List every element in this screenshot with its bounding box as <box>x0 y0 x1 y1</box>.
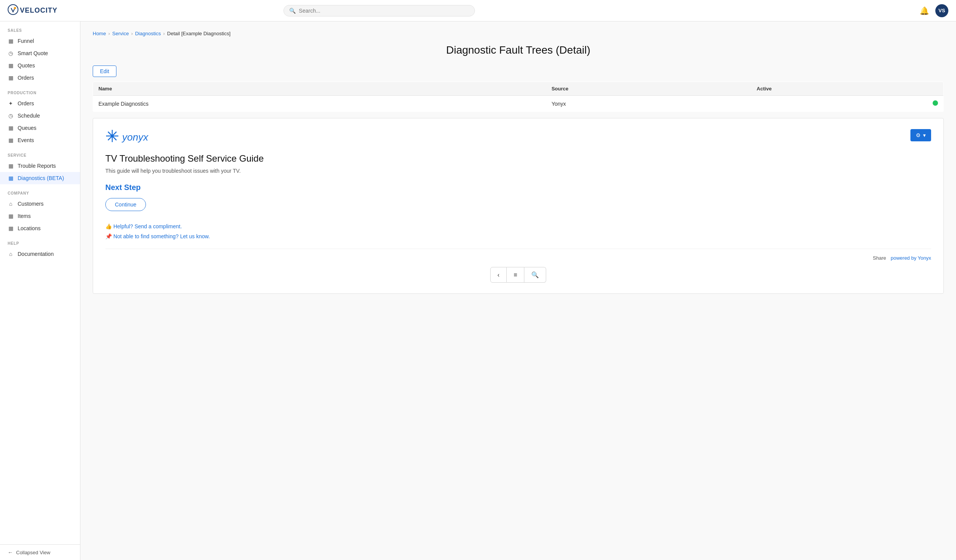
search-input[interactable] <box>299 8 469 14</box>
production-section-label: PRODUCTION <box>0 84 80 97</box>
data-table: Name Source Active Example Diagnostics Y… <box>93 82 944 112</box>
yonyx-footer: Share powered by Yonyx <box>105 249 931 261</box>
service-section: SERVICE ▦ Trouble Reports ▦ Diagnostics … <box>0 146 80 184</box>
sidebar-item-diagnostics[interactable]: ▦ Diagnostics (BETA) <box>0 172 80 184</box>
sidebar-label-queues: Queues <box>18 125 36 131</box>
breadcrumb-sep-2: › <box>131 31 133 36</box>
collapsed-view-button[interactable]: ← Collapsed View <box>8 549 72 555</box>
nav-search-button[interactable]: 🔍 <box>524 267 546 283</box>
main-content: Home › Service › Diagnostics › Detail [E… <box>80 21 956 560</box>
locations-icon: ▦ <box>8 225 14 231</box>
sidebar-label-quotes: Quotes <box>18 62 35 69</box>
yonyx-logo: yonyx <box>105 129 148 146</box>
notification-bell-icon[interactable]: 🔔 <box>920 6 929 15</box>
logo-icon <box>8 4 18 17</box>
table-cell-name: Example Diagnostics <box>93 96 546 112</box>
events-icon: ▦ <box>8 137 14 143</box>
orders-sales-icon: ▦ <box>8 75 14 81</box>
sidebar-item-locations[interactable]: ▦ Locations <box>0 222 80 234</box>
yonyx-star-icon <box>105 129 119 146</box>
th-name: Name <box>93 82 546 96</box>
sidebar-bottom: ← Collapsed View <box>0 544 80 560</box>
sidebar-item-smart-quote[interactable]: ◷ Smart Quote <box>0 47 80 59</box>
yonyx-panel: yonyx ⚙ ▾ TV Troubleshooting Self Servic… <box>93 118 944 294</box>
queues-icon: ▦ <box>8 125 14 131</box>
smart-quote-icon: ◷ <box>8 50 14 56</box>
documentation-icon: ⌂ <box>8 251 14 257</box>
topbar-actions: 🔔 VS <box>920 4 948 17</box>
orders-prod-icon: ✦ <box>8 100 14 106</box>
yonyx-guide-title: TV Troubleshooting Self Service Guide <box>105 153 931 164</box>
sidebar-item-schedule[interactable]: ◷ Schedule <box>0 110 80 122</box>
breadcrumb-diagnostics[interactable]: Diagnostics <box>135 31 161 36</box>
company-section: COMPANY ⌂ Customers ▦ Items ▦ Locations <box>0 184 80 234</box>
page-title: Diagnostic Fault Trees (Detail) <box>93 44 944 56</box>
table-row: Example Diagnostics Yonyx <box>93 96 944 112</box>
sidebar-item-customers[interactable]: ⌂ Customers <box>0 198 80 210</box>
helpful-compliment-link[interactable]: 👍 Helpful? Send a compliment. <box>105 223 931 229</box>
helpful-links: 👍 Helpful? Send a compliment. 📌 Not able… <box>105 223 931 239</box>
breadcrumb: Home › Service › Diagnostics › Detail [E… <box>93 31 944 36</box>
svg-point-6 <box>111 134 114 138</box>
table-cell-source: Yonyx <box>546 96 751 112</box>
share-link[interactable]: Share <box>873 255 886 261</box>
yonyx-logo-text: yonyx <box>122 131 148 143</box>
not-found-link[interactable]: 📌 Not able to find something? Let us kno… <box>105 233 931 239</box>
edit-button[interactable]: Edit <box>93 65 116 77</box>
nav-back-button[interactable]: ‹ <box>490 267 507 283</box>
sidebar-item-items[interactable]: ▦ Items <box>0 210 80 222</box>
sidebar-label-schedule: Schedule <box>18 113 40 119</box>
search-icon: 🔍 <box>289 8 296 14</box>
powered-by-link[interactable]: powered by Yonyx <box>891 255 931 261</box>
table-cell-active <box>751 96 944 112</box>
sidebar-label-customers: Customers <box>18 201 44 207</box>
sidebar-label-orders-prod: Orders <box>18 100 34 106</box>
sidebar-item-queues[interactable]: ▦ Queues <box>0 122 80 134</box>
sidebar-label-diagnostics: Diagnostics (BETA) <box>18 175 64 181</box>
user-avatar[interactable]: VS <box>935 4 948 17</box>
continue-button[interactable]: Continue <box>105 198 146 211</box>
breadcrumb-home[interactable]: Home <box>93 31 106 36</box>
sidebar-label-funnel: Funnel <box>18 38 34 44</box>
sidebar-item-orders-prod[interactable]: ✦ Orders <box>0 97 80 110</box>
sidebar: SALES ▦ Funnel ◷ Smart Quote ▦ Quotes ▦ … <box>0 21 80 560</box>
search-bar: 🔍 <box>283 5 475 16</box>
gear-settings-button[interactable]: ⚙ ▾ <box>910 129 931 141</box>
th-active: Active <box>751 82 944 96</box>
nav-list-button[interactable]: ≡ <box>507 267 524 283</box>
sidebar-item-trouble-reports[interactable]: ▦ Trouble Reports <box>0 160 80 172</box>
service-section-label: SERVICE <box>0 146 80 160</box>
funnel-icon: ▦ <box>8 38 14 44</box>
gear-icon: ⚙ <box>916 132 921 138</box>
sidebar-item-orders-sales[interactable]: ▦ Orders <box>0 72 80 84</box>
sales-section: SALES ▦ Funnel ◷ Smart Quote ▦ Quotes ▦ … <box>0 21 80 84</box>
yonyx-navigation: ‹ ≡ 🔍 <box>105 267 931 283</box>
production-section: PRODUCTION ✦ Orders ◷ Schedule ▦ Queues … <box>0 84 80 146</box>
app-body: SALES ▦ Funnel ◷ Smart Quote ▦ Quotes ▦ … <box>0 21 956 560</box>
sidebar-item-quotes[interactable]: ▦ Quotes <box>0 59 80 72</box>
sidebar-item-documentation[interactable]: ⌂ Documentation <box>0 248 80 260</box>
breadcrumb-service[interactable]: Service <box>112 31 129 36</box>
trouble-reports-icon: ▦ <box>8 163 14 169</box>
sidebar-label-smart-quote: Smart Quote <box>18 50 48 56</box>
sidebar-label-items: Items <box>18 213 31 219</box>
sidebar-item-funnel[interactable]: ▦ Funnel <box>0 35 80 47</box>
breadcrumb-sep-1: › <box>108 31 110 36</box>
breadcrumb-sep-3: › <box>163 31 165 36</box>
gear-dropdown-icon: ▾ <box>923 132 926 138</box>
svg-point-1 <box>14 7 16 9</box>
collapsed-view-label: Collapsed View <box>16 550 50 555</box>
logo: VELOCITY <box>8 4 57 17</box>
sidebar-label-locations: Locations <box>18 225 41 231</box>
sidebar-label-orders-sales: Orders <box>18 75 34 81</box>
yonyx-guide-description: This guide will help you troubleshoot is… <box>105 168 931 174</box>
sidebar-label-documentation: Documentation <box>18 251 54 257</box>
customers-icon: ⌂ <box>8 201 14 207</box>
svg-point-0 <box>8 5 18 15</box>
help-section: HELP ⌂ Documentation <box>0 234 80 260</box>
diagnostics-icon: ▦ <box>8 175 14 181</box>
collapsed-view-icon: ← <box>8 549 13 555</box>
logo-text: VELOCITY <box>20 7 57 15</box>
help-section-label: HELP <box>0 234 80 248</box>
sidebar-item-events[interactable]: ▦ Events <box>0 134 80 146</box>
